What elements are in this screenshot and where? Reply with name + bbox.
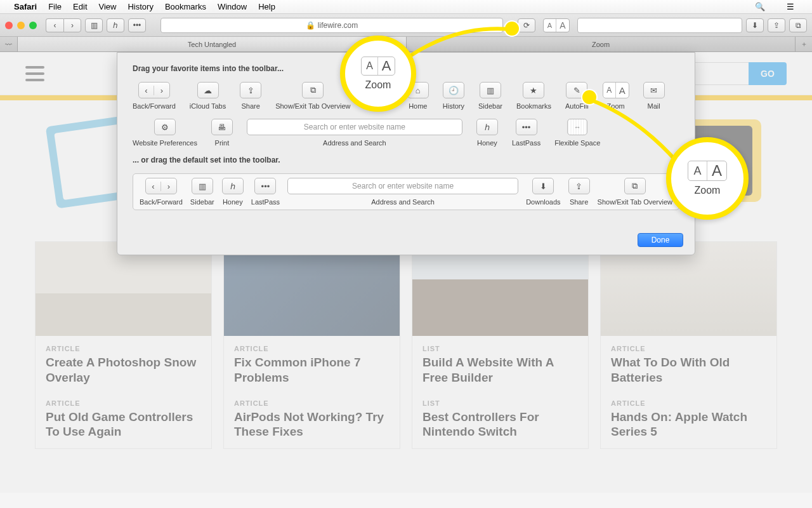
tab-overview-button[interactable]: ⧉ bbox=[789, 18, 807, 32]
callout-zoom-top-label: Zoom bbox=[365, 79, 391, 91]
card-3-title2: Best Controllers For Nintendo Switch bbox=[422, 410, 578, 440]
zoom-icon: AA bbox=[361, 57, 395, 76]
card-3-image bbox=[412, 242, 588, 336]
item-sidebar[interactable]: ▥Sidebar bbox=[478, 82, 502, 110]
d-address-field: Search or enter website name bbox=[287, 178, 518, 194]
zoom-toolbar-button[interactable]: AA bbox=[543, 18, 570, 32]
item-lastpass[interactable]: •••LastPass bbox=[512, 119, 540, 147]
card-2-title: Fix Common iPhone 7 Problems bbox=[234, 355, 390, 385]
label-address: Address and Search bbox=[323, 139, 386, 147]
menu-view[interactable]: View bbox=[99, 2, 117, 11]
item-address-search[interactable]: Search or enter website nameAddress and … bbox=[247, 119, 462, 147]
item-bookmarks[interactable]: ★Bookmarks bbox=[516, 82, 551, 110]
label-honey: Honey bbox=[477, 139, 497, 147]
card-1[interactable]: ARTICLE Create A Photoshop Snow Overlay … bbox=[35, 241, 212, 449]
card-2-tag: ARTICLE bbox=[234, 345, 390, 352]
back-forward-buttons[interactable]: ‹› bbox=[46, 18, 81, 32]
card-3[interactable]: LIST Build A Website With A Free Builder… bbox=[412, 241, 589, 449]
label-autofill: AutoFill bbox=[565, 102, 589, 110]
item-flex-space[interactable]: ↔Flexible Space bbox=[554, 119, 600, 147]
menu-list-icon[interactable]: ☰ bbox=[787, 2, 794, 11]
item-share[interactable]: ⇪Share bbox=[240, 82, 261, 110]
safari-toolbar: ‹› ▥ ℎ ••• 🔒 lifewire.com ⟳ AA ⬇ ⇪ ⧉ bbox=[0, 14, 812, 37]
item-honey[interactable]: ℎHoney bbox=[476, 119, 498, 147]
menu-edit[interactable]: Edit bbox=[73, 2, 87, 11]
label-home: Home bbox=[409, 102, 427, 110]
item-web-prefs[interactable]: ⚙Website Preferences bbox=[133, 119, 197, 147]
tab-2-label: Zoom bbox=[592, 41, 610, 48]
label-lastpass: LastPass bbox=[512, 139, 540, 147]
label-taboverview: Show/Exit Tab Overview bbox=[275, 102, 350, 110]
menu-window[interactable]: Window bbox=[218, 2, 247, 11]
tab-2[interactable]: Zoom bbox=[407, 37, 796, 51]
menu-bookmarks[interactable]: Bookmarks bbox=[165, 2, 206, 11]
d-downloads: Downloads bbox=[526, 198, 560, 206]
card-2[interactable]: ARTICLE Fix Common iPhone 7 Problems ART… bbox=[223, 241, 400, 449]
empty-toolbar-slot bbox=[577, 18, 742, 33]
card-3-tag2: LIST bbox=[422, 399, 578, 407]
item-mail[interactable]: ✉Mail bbox=[643, 82, 665, 110]
address-search-field: Search or enter website name bbox=[247, 119, 462, 135]
card-4-tag2: ARTICLE bbox=[611, 399, 766, 407]
hamburger-icon[interactable] bbox=[25, 66, 44, 81]
card-1-title2: Put Old Game Controllers To Use Again bbox=[46, 410, 201, 440]
label-history: History bbox=[443, 102, 464, 110]
go-button[interactable]: GO bbox=[749, 62, 787, 85]
spotlight-icon[interactable]: 🔍 bbox=[755, 2, 765, 11]
downloads-button[interactable]: ⬇ bbox=[746, 18, 764, 32]
item-print[interactable]: 🖶Print bbox=[211, 119, 233, 147]
lastpass-button[interactable]: ••• bbox=[128, 18, 146, 32]
item-zoom[interactable]: AAZoom bbox=[603, 82, 629, 110]
share-button[interactable]: ⇪ bbox=[768, 18, 785, 32]
d-lastpass: LastPass bbox=[251, 198, 280, 206]
label-share: Share bbox=[241, 102, 259, 110]
honey-button[interactable]: ℎ bbox=[107, 18, 124, 32]
sidebar-button[interactable]: ▥ bbox=[85, 18, 103, 32]
zoom-icon: AA bbox=[688, 161, 727, 181]
label-bookmarks: Bookmarks bbox=[516, 102, 551, 110]
d-address: Address and Search bbox=[371, 198, 435, 206]
label-sidebar: Sidebar bbox=[478, 102, 502, 110]
window-controls[interactable] bbox=[5, 22, 37, 29]
card-3-title: Build A Website With A Free Builder bbox=[422, 355, 578, 385]
address-bar[interactable]: 🔒 lifewire.com bbox=[160, 18, 503, 33]
label-zoom: Zoom bbox=[607, 102, 625, 110]
card-2-image bbox=[224, 242, 400, 336]
favorites-dropdown[interactable]: 〰 bbox=[0, 37, 18, 51]
d-sidebar: Sidebar bbox=[190, 198, 214, 206]
card-3-tag: LIST bbox=[422, 345, 578, 352]
callout-zoom-top: AA Zoom bbox=[340, 36, 416, 112]
menu-help[interactable]: Help bbox=[258, 2, 275, 11]
card-4-title2: Hands On: Apple Watch Series 5 bbox=[611, 410, 766, 440]
card-4-title: What To Do With Old Batteries bbox=[611, 355, 766, 385]
callout-zoom-bottom-label: Zoom bbox=[695, 185, 721, 196]
item-back-forward[interactable]: ‹›Back/Forward bbox=[133, 82, 176, 110]
annotation-dot-2 bbox=[582, 90, 596, 104]
reload-button[interactable]: ⟳ bbox=[518, 18, 535, 32]
default-title: ... or drag the default set into the too… bbox=[133, 156, 679, 164]
card-1-tag2: ARTICLE bbox=[46, 399, 201, 407]
d-honey: Honey bbox=[223, 198, 243, 206]
menu-history[interactable]: History bbox=[128, 2, 153, 11]
label-flexspace: Flexible Space bbox=[554, 139, 600, 147]
label-webprefs: Website Preferences bbox=[133, 139, 197, 147]
card-1-title: Create A Photoshop Snow Overlay bbox=[46, 355, 201, 385]
item-history[interactable]: 🕘History bbox=[443, 82, 464, 110]
item-tab-overview[interactable]: ⧉Show/Exit Tab Overview bbox=[275, 82, 350, 110]
menu-file[interactable]: File bbox=[48, 2, 62, 11]
app-name[interactable]: Safari bbox=[14, 2, 37, 11]
item-icloud-tabs[interactable]: ☁iCloud Tabs bbox=[190, 82, 226, 110]
default-toolbar-set[interactable]: ‹›Back/Forward ▥Sidebar ℎHoney •••LastPa… bbox=[133, 173, 679, 210]
url-host: lifewire.com bbox=[318, 21, 358, 30]
done-button[interactable]: Done bbox=[638, 233, 683, 247]
card-1-tag: ARTICLE bbox=[46, 345, 201, 352]
card-2-tag2: ARTICLE bbox=[234, 399, 390, 407]
card-4-image bbox=[601, 242, 776, 336]
card-1-image bbox=[36, 242, 211, 336]
tab-1-label: Tech Untangled bbox=[188, 41, 236, 48]
label-icloud: iCloud Tabs bbox=[190, 102, 226, 110]
new-tab-button[interactable]: ＋ bbox=[796, 37, 812, 51]
label-back-forward: Back/Forward bbox=[133, 102, 176, 110]
label-print: Print bbox=[215, 139, 230, 147]
card-4[interactable]: ARTICLE What To Do With Old Batteries AR… bbox=[600, 241, 777, 449]
